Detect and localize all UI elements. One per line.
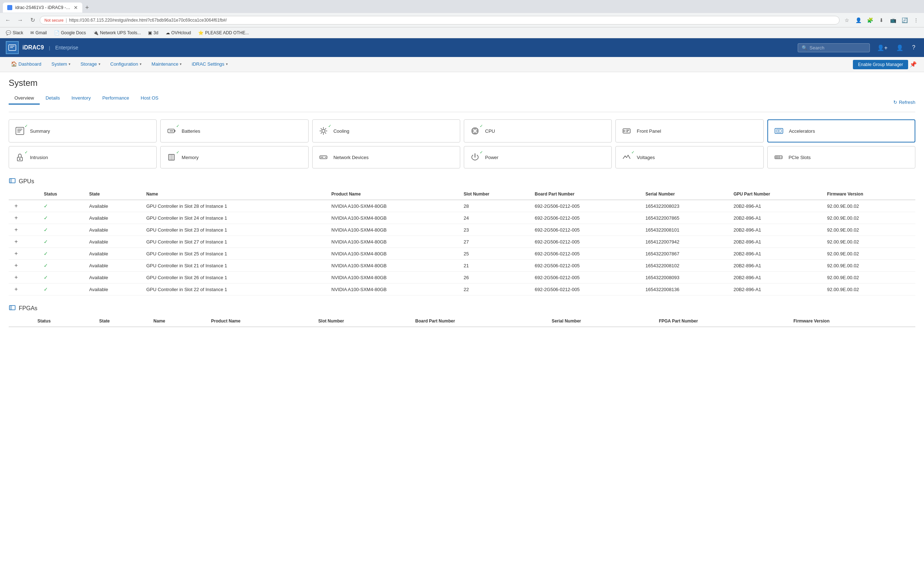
component-card-summary[interactable]: ✓ Summary	[9, 119, 157, 142]
component-card-accelerators[interactable]: Accelerators	[767, 119, 915, 142]
bookmark-item[interactable]: 📄Google Docs	[51, 29, 89, 36]
bookmark-icon: 🔌	[93, 30, 99, 35]
status-check: ✓	[44, 227, 48, 233]
expand-button[interactable]: +	[13, 227, 19, 233]
table-row[interactable]: + ✓ Available GPU Controller in Slot 24 …	[9, 212, 915, 224]
product-cell: NVIDIA A100-SXM4-80GB	[327, 212, 459, 224]
search-input[interactable]	[809, 45, 864, 51]
expand-button[interactable]: +	[13, 250, 19, 257]
address-bar[interactable]: Not secure | https://100.67.115.220/rest…	[40, 16, 840, 25]
component-card-batteries[interactable]: ✓ Batteries	[160, 119, 308, 142]
bookmark-item[interactable]: ⭐PLEASE ADD OTHE...	[195, 29, 252, 36]
download-button[interactable]: ⬇	[876, 15, 887, 25]
table-row[interactable]: + ✓ Available GPU Controller in Slot 21 …	[9, 260, 915, 272]
expand-button[interactable]: +	[13, 238, 19, 245]
status-cell: ✓	[39, 200, 84, 212]
expand-cell[interactable]: +	[9, 236, 39, 248]
status-check: ✓	[44, 239, 48, 245]
component-card-front-panel[interactable]: Front Panel	[615, 119, 763, 142]
reload-button[interactable]: ↻	[28, 15, 37, 25]
expand-cell[interactable]: +	[9, 284, 39, 295]
svg-rect-11	[472, 128, 478, 133]
user-add-button[interactable]: 👤+	[874, 43, 890, 52]
maintenance-chevron-icon: ▾	[180, 62, 181, 66]
forward-button[interactable]: →	[15, 15, 25, 25]
nav-item-storage[interactable]: Storage ▾	[76, 57, 105, 72]
header-search[interactable]: 🔍	[798, 43, 870, 52]
tab-close-button[interactable]: ✕	[74, 5, 78, 11]
component-label: Memory	[181, 155, 198, 160]
expand-cell[interactable]: +	[9, 272, 39, 284]
component-icon	[620, 125, 633, 137]
component-card-memory[interactable]: ✓ Memory	[160, 146, 308, 168]
refresh-button[interactable]: ↻ Refresh	[893, 100, 915, 105]
help-button[interactable]: ?	[909, 43, 918, 52]
name-cell: GPU Controller in Slot 24 of Instance 1	[142, 212, 327, 224]
component-card-power[interactable]: ✓ Power	[464, 146, 612, 168]
state-cell: Available	[85, 224, 142, 236]
table-row[interactable]: + ✓ Available GPU Controller in Slot 22 …	[9, 284, 915, 295]
profile-button[interactable]: 👤	[853, 15, 864, 25]
expand-cell[interactable]: +	[9, 200, 39, 212]
component-card-cpu[interactable]: ✓ CPU	[464, 119, 612, 142]
bookmark-button[interactable]: ☆	[842, 15, 852, 25]
expand-button[interactable]: +	[13, 215, 19, 221]
page-tab-performance[interactable]: Performance	[96, 93, 135, 105]
expand-button[interactable]: +	[13, 203, 19, 209]
page-tab-overview[interactable]: Overview	[9, 93, 40, 105]
fpga-col-status: Status	[33, 316, 95, 327]
table-row[interactable]: + ✓ Available GPU Controller in Slot 27 …	[9, 236, 915, 248]
page-tab-inventory[interactable]: Inventory	[66, 93, 96, 105]
url-text: https://100.67.115.220/restgui/index.htm…	[69, 18, 227, 23]
table-row[interactable]: + ✓ Available GPU Controller in Slot 28 …	[9, 200, 915, 212]
user-button[interactable]: 👤	[893, 43, 906, 52]
serial-cell: 1654322008093	[641, 272, 729, 284]
page-tab-details[interactable]: Details	[40, 93, 66, 105]
expand-button[interactable]: +	[13, 274, 19, 281]
table-row[interactable]: + ✓ Available GPU Controller in Slot 23 …	[9, 224, 915, 236]
menu-button[interactable]: ⋮	[911, 15, 921, 25]
component-label-wrapper: Accelerators	[789, 128, 815, 134]
expand-cell[interactable]: +	[9, 224, 39, 236]
back-button[interactable]: ←	[3, 15, 13, 25]
expand-cell[interactable]: +	[9, 212, 39, 224]
cast-button[interactable]: 📺	[888, 15, 898, 25]
bookmark-icon: ☁	[166, 30, 170, 35]
nav-item-system[interactable]: System ▾	[46, 57, 76, 72]
browser-tab[interactable]: idrac-2S461V3 - iDRAC9 - Syste... ✕	[3, 3, 82, 12]
extension-button[interactable]: 🧩	[865, 15, 875, 25]
nav-item-dashboard[interactable]: 🏠 Dashboard	[6, 57, 46, 72]
component-card-pcie-slots[interactable]: PCIe Slots	[767, 146, 915, 168]
expand-button[interactable]: +	[13, 262, 19, 269]
nav-item-maintenance[interactable]: Maintenance ▾	[147, 57, 187, 72]
bookmark-item[interactable]: ▣3d	[145, 29, 161, 36]
sync-button[interactable]: 🔄	[899, 15, 910, 25]
idrac-settings-chevron-icon: ▾	[226, 62, 228, 66]
nav-item-configuration[interactable]: Configuration ▾	[105, 57, 147, 72]
expand-cell[interactable]: +	[9, 248, 39, 260]
expand-button[interactable]: +	[13, 286, 19, 293]
bookmark-item[interactable]: 💬Slack	[3, 29, 26, 36]
component-card-voltages[interactable]: ✓ Voltages	[615, 146, 763, 168]
pin-button[interactable]: 📌	[908, 60, 918, 69]
idrac-app: iDRAC9 | Enterprise 🔍 👤+ 👤 ? 🏠 Dashboard…	[0, 38, 924, 571]
tab-favicon	[7, 5, 12, 10]
page-tab-host-os[interactable]: Host OS	[135, 93, 164, 105]
table-row[interactable]: + ✓ Available GPU Controller in Slot 25 …	[9, 248, 915, 260]
bookmark-item[interactable]: ☁OVHcloud	[163, 29, 194, 36]
gpu-section: GPUs Status State Name Product Name Slot…	[9, 177, 915, 295]
enable-group-manager-button[interactable]: Enable Group Manager	[853, 60, 908, 69]
gpu-part-cell: 20B2-896-A1	[729, 212, 823, 224]
table-row[interactable]: + ✓ Available GPU Controller in Slot 26 …	[9, 272, 915, 284]
nav-item-idrac-settings[interactable]: iDRAC Settings ▾	[187, 57, 232, 72]
component-card-network-devices[interactable]: Network Devices	[312, 146, 460, 168]
svg-rect-52	[9, 306, 15, 310]
expand-cell[interactable]: +	[9, 260, 39, 272]
col-serial: Serial Number	[641, 189, 729, 200]
component-label-wrapper: Network Devices	[333, 155, 369, 160]
bookmark-item[interactable]: 🔌Network UPS Tools...	[90, 29, 144, 36]
new-tab-button[interactable]: +	[82, 4, 92, 12]
component-card-cooling[interactable]: ✓ Cooling	[312, 119, 460, 142]
component-card-intrusion[interactable]: ✓ Intrusion	[9, 146, 157, 168]
bookmark-item[interactable]: ✉Gmail	[28, 29, 50, 36]
